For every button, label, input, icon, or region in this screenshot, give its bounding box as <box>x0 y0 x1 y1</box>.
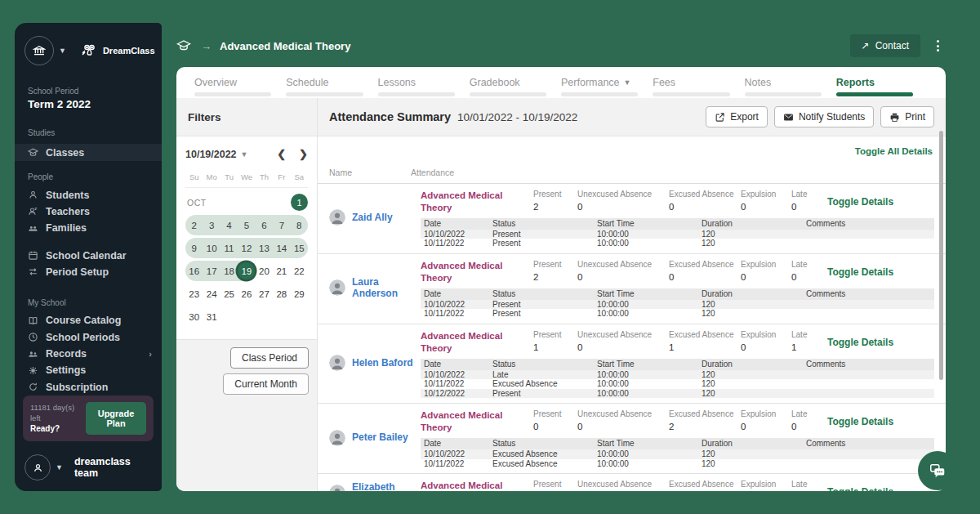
student-name-link[interactable]: Zaid Ally <box>352 212 393 223</box>
gear-icon <box>28 365 38 376</box>
calendar-day[interactable]: 14 <box>273 238 290 258</box>
print-button[interactable]: Print <box>880 106 934 127</box>
student-name-link[interactable]: Peter Bailey <box>352 431 408 443</box>
attendance-stat: Unexcused Absence0 <box>577 409 661 431</box>
more-options-menu[interactable] <box>933 37 942 55</box>
calendar-day[interactable]: 20 <box>256 261 273 281</box>
calendar-day[interactable]: 21 <box>273 261 290 281</box>
calendar-day[interactable]: 23 <box>185 284 203 304</box>
sidebar-item-families[interactable]: Families <box>15 220 162 236</box>
toggle-details-link[interactable]: Toggle Details <box>827 409 934 427</box>
tab-overview[interactable]: Overview <box>194 67 286 98</box>
calendar-day[interactable]: 30 <box>185 306 203 327</box>
sidebar-item-records[interactable]: Records › <box>15 346 162 362</box>
class-name-link[interactable]: Advanced Medical Theory <box>421 480 525 491</box>
calendar-day[interactable]: 9 <box>185 238 203 258</box>
toggle-details-link[interactable]: Toggle Details <box>827 260 934 278</box>
calendar-day[interactable]: 13 <box>256 238 273 258</box>
calendar-next-button[interactable]: ❯ <box>299 148 308 160</box>
weekday-header: SuMoTuWeThFrSa <box>185 172 308 188</box>
sidebar-item-school-periods[interactable]: School Periods <box>15 329 162 346</box>
toggle-all-details-link[interactable]: Toggle All Details <box>855 146 933 156</box>
sidebar-item-settings[interactable]: Settings <box>15 362 162 378</box>
calendar-day[interactable]: 2 <box>185 215 203 235</box>
calendar-week: 2345678 <box>185 215 308 235</box>
studies-group-label: Studies <box>28 128 162 137</box>
calendar-day[interactable]: 27 <box>256 284 273 304</box>
calendar-day[interactable]: 4 <box>220 215 238 235</box>
sidebar-item-teachers[interactable]: Teachers <box>15 203 162 220</box>
contact-button[interactable]: ↗ Contact <box>850 34 920 57</box>
tab-notes[interactable]: Notes <box>745 67 836 98</box>
toggle-details-link[interactable]: Toggle Details <box>827 480 934 491</box>
details-cell: 120 <box>698 449 803 459</box>
calendar-day[interactable]: 10 <box>203 238 220 258</box>
sidebar-item-period-setup[interactable]: Period Setup <box>15 264 162 280</box>
attendance-cell: Advanced Medical TheoryPresent2Unexcused… <box>421 257 934 319</box>
student-name-link[interactable]: Helen Baford <box>352 357 413 369</box>
sidebar-item-classes[interactable]: Classes <box>15 144 162 161</box>
weekday-label: Sa <box>291 172 308 181</box>
filters-footer: Class Period Current Month <box>176 339 317 491</box>
calendar-day[interactable]: 3 <box>203 215 220 235</box>
current-month-button[interactable]: Current Month <box>223 373 309 395</box>
sidebar-item-course-catalog[interactable]: Course Catalog <box>15 312 162 329</box>
export-button[interactable]: Export <box>706 106 768 127</box>
calendar-day[interactable]: 15 <box>291 238 308 258</box>
student-name-link[interactable]: Laura Anderson <box>352 276 421 300</box>
calendar-day[interactable]: 25 <box>220 284 238 304</box>
calendar-day[interactable]: 29 <box>291 284 308 304</box>
student-row: Zaid AllyAdvanced Medical TheoryPresent2… <box>318 184 946 254</box>
class-name-link[interactable]: Advanced Medical Theory <box>421 330 525 355</box>
tab-gradebook[interactable]: Gradebook <box>470 67 561 98</box>
tab-reports[interactable]: Reports <box>836 67 928 98</box>
toggle-details-link[interactable]: Toggle Details <box>827 330 934 348</box>
calendar-day[interactable]: 19 <box>238 261 255 281</box>
stat-value: 0 <box>791 272 819 282</box>
calendar-day[interactable]: 16 <box>185 261 203 281</box>
calendar-day[interactable]: 11 <box>220 238 238 258</box>
calendar-day[interactable]: 17 <box>203 261 220 281</box>
calendar-day[interactable]: 1 <box>291 192 308 212</box>
calendar-day[interactable]: 7 <box>273 215 290 235</box>
calendar-day[interactable]: 26 <box>238 284 255 304</box>
school-selector[interactable] <box>24 36 54 65</box>
class-name-link[interactable]: Advanced Medical Theory <box>421 190 525 214</box>
class-name-link[interactable]: Advanced Medical Theory <box>421 409 525 434</box>
tab-schedule[interactable]: Schedule <box>286 67 377 98</box>
sidebar-item-label: Records <box>46 348 87 360</box>
name-column-header: Name <box>329 168 411 177</box>
chat-fab-button[interactable] <box>918 451 957 490</box>
account-menu[interactable]: ▼ dreamclass team <box>24 454 154 480</box>
calendar-day[interactable]: 6 <box>256 215 273 235</box>
scrollbar-thumb[interactable] <box>939 131 943 380</box>
calendar-day[interactable]: 31 <box>203 306 220 327</box>
report-header: Attendance Summary 10/01/2022 - 10/19/20… <box>318 98 946 136</box>
calendar-day[interactable]: 22 <box>291 261 308 281</box>
details-cell: 10:00:00 <box>594 449 698 459</box>
notify-students-button[interactable]: Notify Students <box>774 106 874 127</box>
class-name-link[interactable]: Advanced Medical Theory <box>421 260 525 284</box>
chevron-down-icon[interactable]: ▼ <box>59 47 66 55</box>
calendar-day[interactable]: 18 <box>220 261 238 281</box>
brand-name: DreamClass <box>103 46 155 56</box>
sidebar-item-school-calendar[interactable]: School Calendar <box>15 247 162 263</box>
sidebar-item-students[interactable]: Students <box>15 186 162 203</box>
class-period-button[interactable]: Class Period <box>230 347 309 369</box>
date-dropdown[interactable]: 10/19/2022 ▼ <box>185 149 247 160</box>
tab-fees[interactable]: Fees <box>653 67 744 98</box>
calendar-day[interactable]: 28 <box>273 284 290 304</box>
tab-performance[interactable]: Performance▼ <box>561 67 653 98</box>
calendar-day[interactable]: 5 <box>238 215 255 235</box>
calendar-empty-cell <box>256 306 273 327</box>
attendance-summary-row: Advanced Medical TheoryPresent0Unexcused… <box>421 407 934 438</box>
toggle-details-link[interactable]: Toggle Details <box>827 190 934 208</box>
tab-lessons[interactable]: Lessons <box>378 67 470 98</box>
calendar-prev-button[interactable]: ❮ <box>277 148 286 160</box>
calendar-day[interactable]: 24 <box>203 284 220 304</box>
sidebar-item-subscription[interactable]: Subscription <box>15 379 162 396</box>
calendar-day[interactable]: 12 <box>238 238 255 258</box>
student-name-link[interactable]: Elizabeth Baker <box>352 481 421 491</box>
calendar-day[interactable]: 8 <box>291 215 308 235</box>
upgrade-plan-button[interactable]: Upgrade Plan <box>86 402 146 435</box>
